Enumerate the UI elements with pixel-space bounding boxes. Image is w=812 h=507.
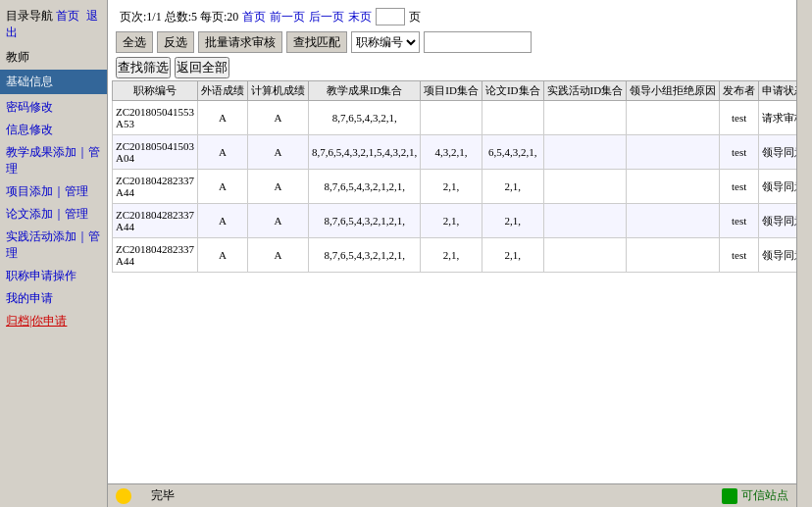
table-row: ZC201804282337 A44AA8,7,6,5,4,3,2,1,2,1,… [113, 204, 797, 238]
table-cell: 8,7,6,5,4,3,2,1,2,1, [309, 238, 421, 273]
table-cell: A [198, 204, 248, 238]
table-cell [627, 101, 720, 135]
table-cell: 领导同意 [759, 204, 796, 238]
col-header-publisher: 发布者 [720, 81, 759, 101]
table-cell: A [248, 135, 309, 170]
table-row: ZC201804282337 A44AA8,7,6,5,4,3,2,1,2,1,… [113, 170, 797, 204]
sidebar-link-paper[interactable]: 论文添加｜管理 [0, 203, 107, 226]
table-row: ZC201805041503 A04AA8,7,6,5,4,3,2,1,5,4,… [113, 135, 797, 170]
sidebar-section: 基础信息 [0, 70, 107, 94]
table-cell: A [248, 170, 309, 204]
table-cell [543, 135, 627, 170]
table-cell [543, 101, 627, 135]
pagination-last[interactable]: 末页 [348, 9, 372, 25]
table-cell: 8,7,6,5,4,3,2,1,5,4,3,2,1, [309, 135, 421, 170]
status-secure: 可信站点 [741, 487, 788, 504]
table-cell: ZC201805041503 A04 [113, 135, 198, 170]
pagination-info: 页次:1/1 总数:5 每页:20 [120, 9, 238, 25]
col-header-apply-status: 申请状态 [759, 81, 796, 101]
table-cell: test [720, 170, 759, 204]
table-cell [627, 135, 720, 170]
find-filter-button[interactable]: 查找筛选 [116, 57, 171, 78]
sidebar-link-teaching[interactable]: 教学成果添加｜管理 [0, 141, 107, 180]
match-dropdown[interactable]: 职称编号 [351, 31, 420, 53]
teacher-label: 教师 [0, 45, 107, 70]
find-match-button[interactable]: 查找匹配 [286, 31, 347, 53]
table-cell: 请求审核 [759, 101, 796, 135]
table-cell [482, 101, 543, 135]
nav-home-link[interactable]: 首页 [56, 9, 79, 23]
table-cell: 领导同意 [759, 170, 796, 204]
col-header-foreign: 外语成绩 [198, 81, 248, 101]
table-cell: A [198, 135, 248, 170]
col-header-teaching: 教学成果ID集合 [309, 81, 421, 101]
sidebar-link-project[interactable]: 项目添加｜管理 [0, 180, 107, 203]
col-header-reject: 领导小组拒绝原因 [627, 81, 720, 101]
table-cell: ZC201804282337 A44 [113, 238, 198, 273]
sidebar-link-titleop[interactable]: 职称申请操作 [0, 265, 107, 287]
table-cell [627, 204, 720, 238]
col-header-project: 项目ID集合 [421, 81, 482, 101]
sidebar-link-password[interactable]: 密码修改 [0, 96, 107, 119]
table-cell: 2,1, [482, 170, 543, 204]
table-cell: test [720, 204, 759, 238]
status-secure-icon [722, 488, 737, 504]
nav-label: 目录导航 [6, 9, 53, 23]
scrollbar[interactable] [796, 0, 812, 507]
status-loading: 完毕 [151, 487, 175, 504]
table-row: ZC201804282337 A44AA8,7,6,5,4,3,2,1,2,1,… [113, 238, 797, 273]
table-cell [543, 170, 627, 204]
table-cell: 2,1, [482, 204, 543, 238]
pagination-suffix: 页 [409, 9, 421, 25]
table-cell: 2,1, [482, 238, 543, 273]
table-cell: test [720, 135, 759, 170]
table-cell: 2,1, [421, 238, 482, 273]
return-all-button[interactable]: 返回全部 [175, 57, 229, 78]
table-cell [627, 238, 720, 273]
table-cell: test [720, 101, 759, 135]
pagination-next[interactable]: 后一页 [309, 9, 344, 25]
table-row: ZC201805041553 A53AA8,7,6,5,4,3,2,1,test… [113, 101, 797, 135]
invert-button[interactable]: 反选 [157, 31, 194, 53]
pagination-first[interactable]: 首页 [242, 9, 266, 25]
table-cell: A [198, 238, 248, 273]
toolbar1: 全选 反选 批量请求审核 查找匹配 职称编号 [112, 29, 792, 55]
table-cell: ZC201804282337 A44 [113, 170, 198, 204]
table-cell: A [248, 238, 309, 273]
col-header-computer: 计算机成绩 [248, 81, 309, 101]
sidebar-link-myapply[interactable]: 我的申请 [0, 287, 107, 310]
sidebar-link-archive[interactable]: 归档|你申请 [0, 310, 107, 332]
select-all-button[interactable]: 全选 [116, 31, 153, 53]
table-cell [543, 204, 627, 238]
toolbar2: 查找筛选 返回全部 [112, 55, 792, 80]
table-cell: 2,1, [421, 204, 482, 238]
table-cell: 领导同意 [759, 238, 796, 273]
table-cell: ZC201805041553 A53 [113, 101, 198, 135]
col-header-paper: 论文ID集合 [482, 81, 543, 101]
table-cell: 6,5,4,3,2,1, [482, 135, 543, 170]
col-header-id: 职称编号 [113, 81, 198, 101]
batch-review-button[interactable]: 批量请求审核 [198, 31, 282, 53]
table-cell: A [248, 101, 309, 135]
table-cell [543, 238, 627, 273]
sidebar-link-info[interactable]: 信息修改 [0, 119, 107, 141]
table-cell: A [198, 101, 248, 135]
table-cell [627, 170, 720, 204]
status-bar: 完毕 可信站点 [108, 483, 796, 507]
pagination-input[interactable]: 1 [376, 8, 405, 25]
table-cell: 2,1, [421, 170, 482, 204]
table-cell: test [720, 238, 759, 273]
col-header-practice: 实践活动ID集合 [543, 81, 627, 101]
search-input[interactable] [424, 31, 532, 53]
table-cell: 8,7,6,5,4,3,2,1,2,1, [309, 204, 421, 238]
table-cell: 8,7,6,5,4,3,2,1, [309, 101, 421, 135]
data-table: 职称编号 外语成绩 计算机成绩 教学成果ID集合 项目ID集合 论文ID集合 实… [112, 80, 796, 273]
table-cell: ZC201804282337 A44 [113, 204, 198, 238]
table-cell: 4,3,2,1, [421, 135, 482, 170]
status-icon [116, 488, 131, 504]
table-cell: A [248, 204, 309, 238]
pagination-bar: 页次:1/1 总数:5 每页:20 首页 前一页 后一页 末页 1 页 [112, 4, 792, 29]
sidebar-nav: 目录导航 首页 退出 [0, 4, 107, 45]
pagination-prev[interactable]: 前一页 [270, 9, 305, 25]
sidebar-link-practice[interactable]: 实践活动添加｜管理 [0, 226, 107, 265]
